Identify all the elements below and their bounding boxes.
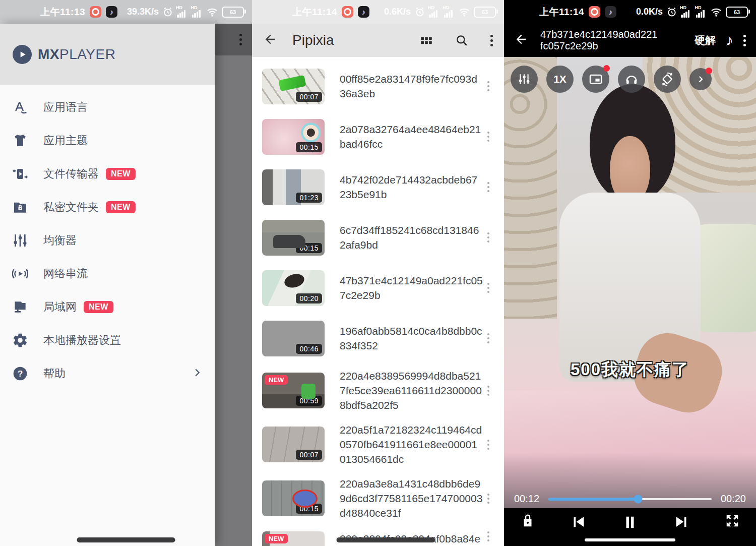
translate-icon [12,99,28,115]
file-row[interactable]: 01:23 4b742f02de714432acbdeb6723b5e91b [252,162,504,212]
playback-speed-button[interactable]: 1X [546,66,574,93]
screen-record-icon [342,6,353,18]
screen-record-icon [589,6,600,18]
tiktok-app-icon: ♪ [358,6,369,18]
video-thumbnail[interactable]: 00:15 [262,119,325,155]
menu-item-local-player-settings[interactable]: 本地播放器设置 [0,324,215,357]
menu-label: 均衡器 [43,233,77,248]
menu-label: 私密文件夹 [43,200,99,215]
equalizer-button[interactable] [511,66,538,93]
video-frame[interactable]: 1X 500我就不痛了 00:12 [504,57,756,508]
video-thumbnail[interactable]: NEW [262,531,325,546]
video-file-list[interactable]: 00:07 00ff85e2a831478f9fe7fc093d36a3eb 0… [252,57,504,546]
home-indicator[interactable] [77,537,175,542]
video-thumbnail[interactable]: 00:07 [262,69,325,104]
navigation-drawer: MXPLAYER 应用语言 应用主题 [0,24,215,546]
previous-button[interactable] [570,513,587,530]
list-toolbar: Pipixia [252,24,504,57]
pause-button[interactable] [621,513,639,531]
video-thumbnail[interactable]: 00:46 [262,321,325,356]
file-row[interactable]: 00:07 220a5f1a72182324c119464cd0570fb641… [252,417,504,471]
row-overflow-button[interactable] [483,440,494,450]
row-overflow-button[interactable] [483,182,494,192]
seek-bar-thumb[interactable] [634,495,643,503]
menu-item-app-language[interactable]: 应用语言 [0,91,215,124]
screen-video-player: 上午11:14 ♪ 0.0K/s HD HD 63 47b371e4c12149… [504,0,756,546]
drawer-header: MXPLAYER [0,24,215,85]
menu-item-file-transfer[interactable]: 文件传输器 NEW [0,157,215,191]
new-badge: NEW [106,168,136,180]
menu-item-private-folder[interactable]: 私密文件夹 NEW [0,191,215,224]
toolbar-icons [420,34,493,47]
now-playing-title: 47b371e4c12149a0ad221 fc057c2e29b [540,29,684,52]
row-overflow-button[interactable] [483,386,494,396]
file-row[interactable]: 00:07 00ff85e2a831478f9fe7fc093d36a3eb [252,61,504,111]
home-indicator[interactable] [585,538,675,541]
video-thumbnail[interactable]: 00:15 [262,220,325,256]
screen-record-icon [90,6,101,18]
pip-button[interactable] [582,66,609,93]
headphones-button[interactable] [618,66,645,93]
search-button[interactable] [455,34,468,47]
duration-badge: 00:20 [296,293,322,304]
menu-label: 帮助 [43,366,66,381]
battery-icon: 63 [474,7,496,18]
player-quick-controls: 1X [511,66,751,93]
file-row[interactable]: 00:15 220a9a3e8a1431c48dbb6de99d6cd3f775… [252,471,504,525]
more-controls-button[interactable] [689,68,712,90]
file-name: 196af0abb5814c0ca4b8dbb0c834f352 [340,324,483,353]
overflow-menu-button[interactable] [490,35,493,46]
status-icons: 39.3K/s HD HD 63 [127,6,244,18]
menu-item-help[interactable]: ? 帮助 [0,357,215,390]
file-name: 47b371e4c12149a0ad221fc057c2e29b [340,273,483,302]
hw-decode-button[interactable]: 硬解 [695,33,716,47]
row-overflow-button[interactable] [483,283,494,293]
status-bar: 上午11:14 ♪ 0.0K/s HD HD 63 [504,0,756,24]
menu-item-network-stream[interactable]: 网络串流 [0,257,215,290]
next-button[interactable] [673,513,690,530]
menu-item-equalizer[interactable]: 均衡器 [0,224,215,257]
fullscreen-button[interactable] [725,513,740,528]
file-row[interactable]: 00:20 47b371e4c12149a0ad221fc057c2e29b [252,263,504,313]
screen-rotate-button[interactable] [654,66,681,93]
home-indicator[interactable] [337,537,435,542]
file-row[interactable]: NEW 00:59 220a4e8389569994d8dba5217fe5ce… [252,363,504,417]
svg-text:?: ? [18,369,23,379]
file-name: 2a078a32764a4ee48464eb21bad46fcc [340,122,483,151]
status-time: 上午11:13 [40,6,85,19]
row-overflow-button[interactable] [483,132,494,142]
tiktok-app-icon: ♪ [605,6,616,18]
file-transfer-icon [12,166,28,182]
network-stream-icon [12,266,28,282]
row-overflow-button[interactable] [483,232,494,242]
back-button[interactable] [263,32,277,48]
brand-wordmark: MXPLAYER [38,46,115,63]
video-thumbnail[interactable]: NEW 00:59 [262,373,325,408]
file-name: 6c7d34ff185241c68cd1318462afa9bd [340,223,483,252]
lock-button[interactable] [520,513,535,528]
menu-item-app-theme[interactable]: 应用主题 [0,124,215,157]
back-button[interactable] [514,32,528,48]
file-row[interactable]: NEW 220a3804fc03a394af0b8a84e2 [252,525,504,546]
file-row[interactable]: 00:46 196af0abb5814c0ca4b8dbb0c834f352 [252,313,504,363]
video-thumbnail[interactable]: 00:20 [262,270,325,306]
seek-bar[interactable] [548,498,712,500]
overflow-menu-button[interactable] [743,35,746,46]
audio-track-button[interactable]: ♪ [726,33,733,48]
file-row[interactable]: 00:15 6c7d34ff185241c68cd1318462afa9bd [252,212,504,263]
video-thumbnail[interactable]: 00:15 [262,480,325,516]
video-thumbnail[interactable]: 00:07 [262,427,325,462]
menu-item-lan[interactable]: 局域网 NEW [0,290,215,324]
video-thumbnail[interactable]: 01:23 [262,169,325,205]
file-row[interactable]: 00:15 2a078a32764a4ee48464eb21bad46fcc [252,111,504,162]
drawer-menu: 应用语言 应用主题 文件传输器 NEW [0,85,215,390]
row-overflow-button[interactable] [483,531,494,541]
drawer-scrim[interactable] [215,24,252,546]
private-folder-icon [12,199,28,215]
grid-view-button[interactable] [420,34,433,47]
row-overflow-button[interactable] [483,333,494,343]
row-overflow-button[interactable] [483,494,494,504]
row-overflow-button[interactable] [483,81,494,91]
seek-bar-fill [548,498,638,501]
screen-file-list: 上午11:14 ♪ 0.6K/s HD HD 63 Pipixia [252,0,504,546]
